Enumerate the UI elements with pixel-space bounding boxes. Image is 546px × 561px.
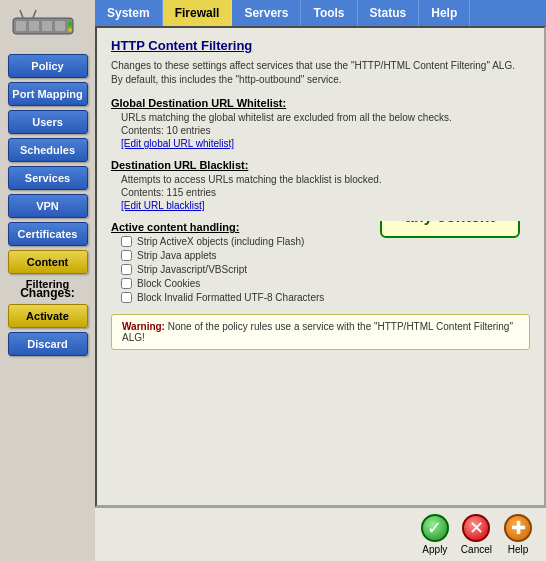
apply-action[interactable]: ✓ Apply: [421, 514, 449, 555]
svg-rect-2: [29, 21, 39, 31]
active-content-section: Active content handling: Do not block an…: [111, 221, 530, 306]
strip-java-checkbox[interactable]: [121, 250, 132, 261]
sidebar-item-policy[interactable]: Policy: [8, 54, 88, 78]
cancel-action[interactable]: ✕ Cancel: [461, 514, 492, 555]
checkbox-strip-javascript[interactable]: Strip Javascript/VBScript: [121, 264, 530, 275]
action-row: ✓ Apply ✕ Cancel ✚ Help: [95, 507, 546, 561]
sidebar: Policy Port Mapping Users Schedules Serv…: [0, 0, 95, 561]
sidebar-item-services[interactable]: Services: [8, 166, 88, 190]
global-whitelist-section: Global Destination URL Whitelist: URLs m…: [111, 97, 530, 149]
svg-line-8: [33, 10, 36, 18]
global-whitelist-title: Global Destination URL Whitelist:: [111, 97, 530, 109]
global-whitelist-entries: Contents: 10 entries: [121, 125, 530, 136]
checkbox-strip-java[interactable]: Strip Java applets: [121, 250, 530, 261]
url-blacklist-section: Destination URL Blacklist: Attempts to a…: [111, 159, 530, 211]
content-area: HTTP Content Filtering Changes to these …: [95, 26, 546, 507]
nav-tools[interactable]: Tools: [301, 0, 357, 26]
warning-title: Warning:: [122, 321, 165, 332]
help-action[interactable]: ✚ Help: [504, 514, 532, 555]
edit-url-blacklist-link[interactable]: [Edit URL blacklist]: [121, 200, 205, 211]
checkbox-block-invalid-utf8[interactable]: Block Invalid Formatted UTF-8 Characters: [121, 292, 530, 303]
checkbox-strip-activex[interactable]: Strip ActiveX objects (including Flash): [121, 236, 380, 247]
strip-activex-checkbox[interactable]: [121, 236, 132, 247]
strip-java-label: Strip Java applets: [137, 250, 217, 261]
url-blacklist-line1: Attempts to access URLs matching the bla…: [121, 174, 530, 185]
apply-label: Apply: [422, 544, 447, 555]
sidebar-item-port-mapping[interactable]: Port Mapping: [8, 82, 88, 106]
page-title: HTTP Content Filtering: [111, 38, 530, 53]
cancel-icon[interactable]: ✕: [462, 514, 490, 542]
svg-rect-3: [42, 21, 52, 31]
activate-button[interactable]: Activate: [8, 304, 88, 328]
nav-help[interactable]: Help: [419, 0, 470, 26]
tooltip-text: Do not block any content: [394, 221, 506, 228]
sidebar-item-content-filtering[interactable]: Content Filtering: [8, 250, 88, 274]
changes-label: Changes:: [20, 286, 75, 300]
apply-icon[interactable]: ✓: [421, 514, 449, 542]
warning-box: Warning: None of the policy rules use a …: [111, 314, 530, 350]
logo: [8, 6, 88, 44]
nav-firewall[interactable]: Firewall: [163, 0, 233, 26]
sidebar-item-vpn[interactable]: VPN: [8, 194, 88, 218]
url-blacklist-title: Destination URL Blacklist:: [111, 159, 530, 171]
sidebar-item-certificates[interactable]: Certificates: [8, 222, 88, 246]
block-cookies-label: Block Cookies: [137, 278, 200, 289]
svg-rect-1: [16, 21, 26, 31]
cancel-label: Cancel: [461, 544, 492, 555]
block-invalid-utf8-label: Block Invalid Formatted UTF-8 Characters: [137, 292, 324, 303]
main-area: System Firewall Servers Tools Status Hel…: [95, 0, 546, 561]
svg-line-7: [20, 10, 23, 18]
global-whitelist-line1: URLs matching the global whitelist are e…: [121, 112, 530, 123]
top-nav: System Firewall Servers Tools Status Hel…: [95, 0, 546, 26]
svg-rect-4: [55, 21, 65, 31]
page-description: Changes to these settings affect service…: [111, 59, 530, 87]
sidebar-item-schedules[interactable]: Schedules: [8, 138, 88, 162]
svg-point-6: [68, 28, 72, 32]
help-label: Help: [508, 544, 529, 555]
block-invalid-utf8-checkbox[interactable]: [121, 292, 132, 303]
sidebar-item-users[interactable]: Users: [8, 110, 88, 134]
url-blacklist-entries: Contents: 115 entries: [121, 187, 530, 198]
strip-activex-label: Strip ActiveX objects (including Flash): [137, 236, 304, 247]
nav-system[interactable]: System: [95, 0, 163, 26]
strip-javascript-label: Strip Javascript/VBScript: [137, 264, 247, 275]
nav-status[interactable]: Status: [358, 0, 420, 26]
checkbox-block-cookies[interactable]: Block Cookies: [121, 278, 530, 289]
help-icon[interactable]: ✚: [504, 514, 532, 542]
warning-text: None of the policy rules use a service w…: [122, 321, 513, 343]
edit-global-whitelist-link[interactable]: [Edit global URL whitelist]: [121, 138, 234, 149]
nav-servers[interactable]: Servers: [232, 0, 301, 26]
block-cookies-checkbox[interactable]: [121, 278, 132, 289]
strip-javascript-checkbox[interactable]: [121, 264, 132, 275]
svg-point-5: [68, 22, 72, 26]
do-not-block-tooltip: Do not block any content: [380, 221, 520, 238]
discard-button[interactable]: Discard: [8, 332, 88, 356]
